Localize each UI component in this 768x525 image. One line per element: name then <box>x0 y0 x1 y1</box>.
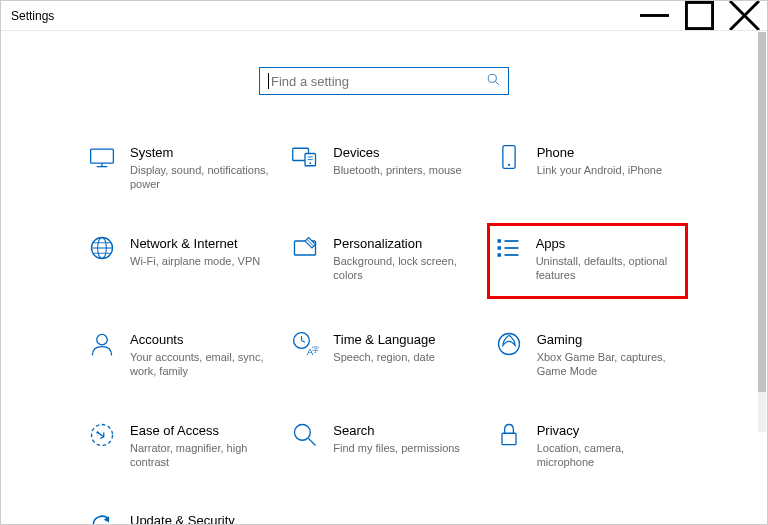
apps-icon <box>494 234 522 262</box>
accounts-icon <box>88 330 116 358</box>
gaming-icon <box>495 330 523 358</box>
svg-point-15 <box>508 164 510 166</box>
tile-phone[interactable]: Phone Link your Android, iPhone <box>491 137 684 198</box>
ease-of-access-icon <box>88 421 116 449</box>
tile-text: Apps Uninstall, defaults, optional featu… <box>536 234 681 283</box>
tile-devices[interactable]: Devices Bluetooth, printers, mouse <box>287 137 480 198</box>
text-cursor <box>268 73 269 89</box>
scrollbar-thumb[interactable] <box>758 32 766 392</box>
tile-text: Search Find my files, permissions <box>333 421 476 455</box>
search-icon <box>487 72 500 90</box>
svg-point-35 <box>498 334 519 355</box>
search-box[interactable] <box>259 67 509 95</box>
tile-personalization[interactable]: Personalization Background, lock screen,… <box>287 228 480 295</box>
search-container <box>1 67 767 95</box>
tile-desc: Uninstall, defaults, optional features <box>536 254 681 283</box>
tile-privacy[interactable]: Privacy Location, camera, microphone <box>491 415 684 476</box>
tile-text: Update & Security Windows Update, recove… <box>130 511 273 524</box>
tile-text: Phone Link your Android, iPhone <box>537 143 680 177</box>
svg-rect-40 <box>502 433 516 444</box>
window-title: Settings <box>11 9 54 23</box>
magnifier-icon <box>291 421 319 449</box>
svg-rect-24 <box>497 246 501 250</box>
svg-point-29 <box>97 335 108 346</box>
tile-text: Gaming Xbox Game Bar, captures, Game Mod… <box>537 330 680 379</box>
tile-system[interactable]: System Display, sound, notifications, po… <box>84 137 277 198</box>
content-area: System Display, sound, notifications, po… <box>1 31 767 524</box>
settings-grid: System Display, sound, notifications, po… <box>84 137 684 524</box>
tile-update[interactable]: Update & Security Windows Update, recove… <box>84 505 277 524</box>
tile-text: System Display, sound, notifications, po… <box>130 143 273 192</box>
svg-text:字: 字 <box>312 346 319 353</box>
tile-title: Gaming <box>537 332 680 347</box>
tile-title: Ease of Access <box>130 423 273 438</box>
close-button[interactable] <box>722 1 767 30</box>
tile-text: Ease of Access Narrator, magnifier, high… <box>130 421 273 470</box>
tile-title: Personalization <box>333 236 476 251</box>
tile-text: Devices Bluetooth, printers, mouse <box>333 143 476 177</box>
tile-desc: Display, sound, notifications, power <box>130 163 273 192</box>
svg-rect-6 <box>91 149 114 163</box>
svg-line-32 <box>302 341 306 343</box>
search-input[interactable] <box>271 74 487 89</box>
tile-search[interactable]: Search Find my files, permissions <box>287 415 480 476</box>
tile-title: Accounts <box>130 332 273 347</box>
tile-network[interactable]: Network & Internet Wi-Fi, airplane mode,… <box>84 228 277 295</box>
personalization-icon <box>291 234 319 262</box>
tile-accounts[interactable]: Accounts Your accounts, email, sync, wor… <box>84 324 277 385</box>
tile-title: Search <box>333 423 476 438</box>
tile-desc: Wi-Fi, airplane mode, VPN <box>130 254 273 268</box>
svg-marker-37 <box>96 430 100 433</box>
svg-point-38 <box>295 424 311 440</box>
time-language-icon: A字 <box>291 330 319 358</box>
svg-rect-23 <box>497 239 501 243</box>
svg-point-4 <box>488 74 496 82</box>
tile-desc: Bluetooth, printers, mouse <box>333 163 476 177</box>
tile-title: Update & Security <box>130 513 273 524</box>
phone-icon <box>495 143 523 171</box>
svg-point-11 <box>310 162 312 164</box>
tile-time[interactable]: A字 Time & Language Speech, region, date <box>287 324 480 385</box>
tile-title: Phone <box>537 145 680 160</box>
tile-desc: Find my files, permissions <box>333 441 476 455</box>
scrollbar[interactable] <box>758 32 766 432</box>
system-icon <box>88 143 116 171</box>
svg-line-39 <box>309 438 316 445</box>
tile-desc: Background, lock screen, colors <box>333 254 476 283</box>
tile-desc: Location, camera, microphone <box>537 441 680 470</box>
minimize-button[interactable] <box>632 1 677 30</box>
tile-title: System <box>130 145 273 160</box>
svg-rect-1 <box>686 2 712 28</box>
lock-icon <box>495 421 523 449</box>
tile-title: Time & Language <box>333 332 476 347</box>
tile-text: Accounts Your accounts, email, sync, wor… <box>130 330 273 379</box>
maximize-button[interactable] <box>677 1 722 30</box>
devices-icon <box>291 143 319 171</box>
globe-icon <box>88 234 116 262</box>
tile-desc: Link your Android, iPhone <box>537 163 680 177</box>
tile-title: Apps <box>536 236 681 251</box>
tile-title: Devices <box>333 145 476 160</box>
tile-text: Time & Language Speech, region, date <box>333 330 476 364</box>
tile-apps[interactable]: Apps Uninstall, defaults, optional featu… <box>487 223 688 300</box>
tile-desc: Narrator, magnifier, high contrast <box>130 441 273 470</box>
tile-text: Personalization Background, lock screen,… <box>333 234 476 283</box>
tile-desc: Xbox Game Bar, captures, Game Mode <box>537 350 680 379</box>
tile-text: Network & Internet Wi-Fi, airplane mode,… <box>130 234 273 268</box>
tile-ease[interactable]: Ease of Access Narrator, magnifier, high… <box>84 415 277 476</box>
svg-line-5 <box>495 81 498 84</box>
tile-gaming[interactable]: Gaming Xbox Game Bar, captures, Game Mod… <box>491 324 684 385</box>
tile-desc: Speech, region, date <box>333 350 476 364</box>
update-icon <box>88 511 116 524</box>
tile-title: Network & Internet <box>130 236 273 251</box>
svg-rect-25 <box>497 253 501 257</box>
tile-title: Privacy <box>537 423 680 438</box>
titlebar: Settings <box>1 1 767 31</box>
tile-text: Privacy Location, camera, microphone <box>537 421 680 470</box>
window-controls <box>632 1 767 30</box>
tile-desc: Your accounts, email, sync, work, family <box>130 350 273 379</box>
